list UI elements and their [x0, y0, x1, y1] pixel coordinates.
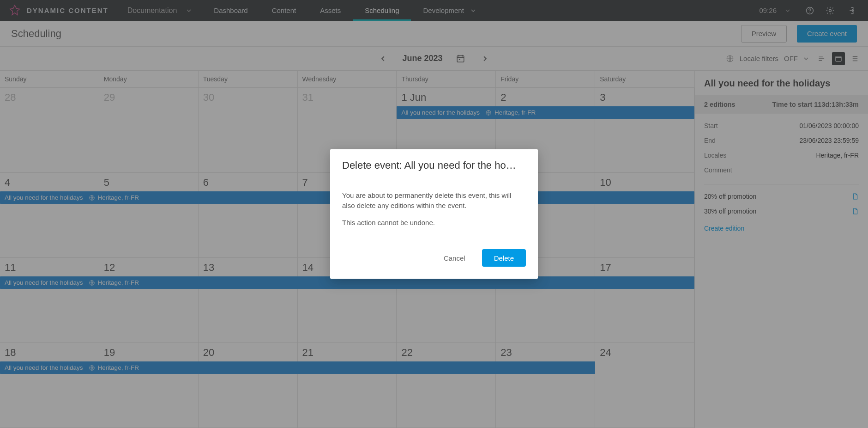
modal-overlay[interactable]: Delete event: All you need for the ho… Y… [0, 0, 868, 428]
dialog-footer: Cancel Delete [330, 239, 538, 279]
dialog-title: Delete event: All you need for the ho… [330, 149, 538, 180]
dialog-cancel-label: Cancel [444, 254, 465, 262]
dialog-delete-button[interactable]: Delete [482, 249, 526, 267]
delete-event-dialog: Delete event: All you need for the ho… Y… [330, 149, 538, 279]
dialog-body-1: You are about to permanently delete this… [342, 190, 526, 211]
dialog-body-2: This action cannot be undone. [342, 218, 526, 228]
dialog-body: You are about to permanently delete this… [330, 180, 538, 239]
dialog-cancel-button[interactable]: Cancel [432, 249, 477, 267]
dialog-delete-label: Delete [494, 254, 514, 262]
